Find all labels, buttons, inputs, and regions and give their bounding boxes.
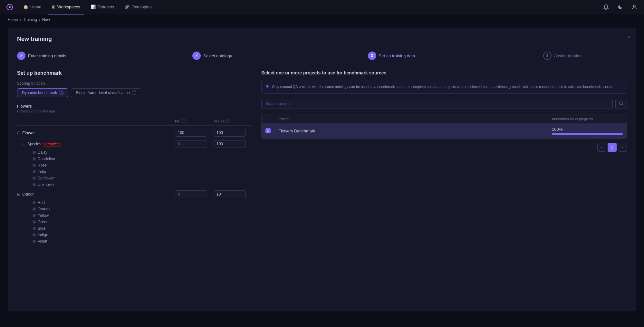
unknown-label: Unknown [38,182,54,187]
step-4-circle: 4 [543,52,552,60]
attr-row-colour: ⊟ Colour [17,189,252,199]
nav-home-label: Home [30,5,42,9]
breadcrumb-sep2: › [39,17,40,22]
svg-point-1 [633,5,635,7]
orange-bullet [33,207,36,211]
colour-values-input[interactable] [214,190,246,198]
species-iou-input[interactable] [175,140,207,148]
nav-datasets[interactable]: 📊 Datasets [87,3,118,11]
info-text: Only manual QA projects with the same on… [272,84,613,90]
orange-label: Orange [38,207,51,211]
app-logo[interactable] [5,3,14,12]
scoring-tab-single[interactable]: Single frame-level classification i [71,88,141,97]
tree-item-daisy: Daisy [17,149,252,156]
breadcrumb-current: New [42,17,50,22]
scoring-tabs: Dynamic benchmark i Single frame-level c… [17,88,252,97]
step-3: 3 Set up training data [368,52,452,60]
step-line-3 [456,56,539,56]
header-project-col: Project [278,117,552,121]
table-header-row: IoU i Values i [17,117,252,126]
nav-workspaces[interactable]: ⊞ Workspaces [48,3,84,11]
daisy-bullet [33,151,36,154]
left-col: Set up benchmark Scoring function Dynami… [17,70,252,245]
single-tab-info-icon[interactable]: i [132,91,136,95]
required-badge: Required [43,142,61,147]
nav-home[interactable]: 🏠 Home [19,3,45,11]
expand-colour-icon[interactable]: ⊟ [17,192,20,197]
step-3-label: Set up training data [379,53,415,58]
yellow-bullet [33,214,36,217]
next-page-button[interactable]: › [618,143,627,152]
scoring-tab-dynamic[interactable]: Dynamic benchmark i [17,88,68,97]
header-values: Values i [214,119,252,123]
header-checkbox-col [265,117,278,121]
page-title: New training [17,36,627,43]
green-label: Green [38,220,48,224]
colour-attr-label: Colour [22,192,34,197]
blue-bullet [33,227,36,230]
notifications-button[interactable] [601,3,610,12]
right-col: Select one or more projects to use for b… [261,70,627,245]
prev-page-button[interactable]: ‹ [597,143,606,152]
flower-iou-input[interactable] [175,129,207,137]
project-checkbox-flowers[interactable] [265,128,271,133]
flower-values-input[interactable] [214,129,246,137]
progress-bar-wrap [552,133,623,135]
stepper: ✓ Enter training details ✓ Select ontolo… [17,52,627,60]
projects-table-header: Project Annotation tasks progress [262,114,627,124]
collapse-button[interactable]: « [627,34,630,40]
nav-ontologies[interactable]: 🔗 Ontologies [120,3,155,11]
iou-info-icon[interactable]: i [182,119,186,123]
step-1-circle: ✓ [17,52,25,60]
attr-row-species: ⊟ Species Required [17,139,252,149]
flower-shape-icon: ⬡ [17,131,20,135]
breadcrumb-home[interactable]: Home [8,17,18,22]
step-4: 4 Assign training [543,52,627,60]
tree-item-dandelion: Dandelion [17,156,252,162]
nav-datasets-label: Datasets [98,5,114,9]
tree-item-orange: Orange [17,206,252,212]
project-name-flowers: Flowers Benchmark [278,129,552,133]
search-input[interactable] [261,99,613,109]
progress-bar-fill [552,133,623,135]
tree-item-green: Green [17,219,252,225]
rose-bullet [33,164,36,167]
green-bullet [33,220,36,224]
sunflower-label: Sunflower [38,176,55,180]
breadcrumb: Home › Training › New [0,14,644,25]
violet-label: Violet [38,239,47,244]
project-progress-flowers: 100% [552,127,623,135]
dynamic-tab-info-icon[interactable]: i [59,91,63,95]
step-1-label: Enter training details [28,53,66,58]
user-profile-button[interactable] [630,3,639,12]
pagination: ‹ 1 › [261,143,627,152]
page-1-button[interactable]: 1 [608,143,617,152]
blue-label: Blue [38,226,45,231]
project-row-flowers[interactable]: Flowers Benchmark 100% [262,124,627,139]
indigo-label: Indigo [38,233,48,237]
home-icon: 🏠 [23,5,28,9]
search-button[interactable] [615,99,627,109]
ontologies-icon: 🔗 [124,5,130,9]
ontology-row-flower: ⬡ Flower [17,127,252,139]
two-col-layout: Set up benchmark Scoring function Dynami… [17,70,627,245]
expand-species-icon[interactable]: ⊟ [22,142,25,146]
topnav: 🏠 Home ⊞ Workspaces 📊 Datasets 🔗 Ontolog… [0,0,644,14]
species-values-input[interactable] [214,140,246,148]
red-label: Red [38,200,45,205]
theme-toggle-button[interactable] [616,3,625,12]
yellow-label: Yellow [38,213,49,218]
values-info-icon[interactable]: i [226,119,230,123]
step-2-label: Select ontology [203,53,232,58]
tree-item-indigo: Indigo [17,232,252,238]
colour-iou-input[interactable] [175,190,207,198]
tree-item-sunflower: Sunflower [17,175,252,181]
rose-label: Rose [38,163,47,168]
red-bullet [33,201,36,204]
tree-item-blue: Blue [17,225,252,232]
violet-bullet [33,240,36,243]
unknown-bullet [33,183,36,186]
tulip-bullet [33,170,36,173]
breadcrumb-training[interactable]: Training [23,17,37,22]
workspaces-icon: ⊞ [52,5,55,9]
